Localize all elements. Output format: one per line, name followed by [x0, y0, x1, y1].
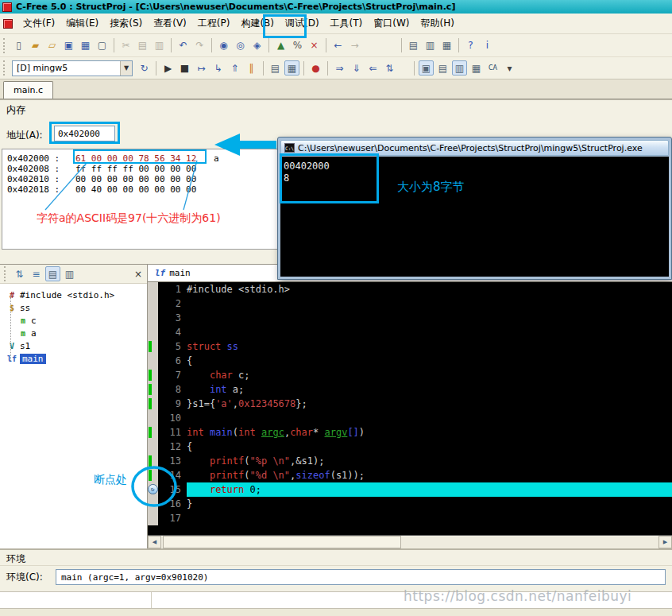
step-out-icon[interactable]: ⇑ — [227, 60, 242, 76]
code-text[interactable] — [187, 411, 672, 425]
pause-icon[interactable]: ‖ — [244, 60, 259, 76]
menu-tools[interactable]: 工具(T) — [325, 14, 369, 33]
symbol-item-c[interactable]: mc — [0, 314, 147, 327]
editor-gutter[interactable] — [148, 411, 158, 425]
editor-gutter[interactable] — [148, 325, 158, 339]
code-line[interactable]: 12{ — [148, 440, 672, 454]
code-line[interactable]: 10 — [148, 411, 672, 425]
code-text[interactable]: int a; — [187, 382, 672, 397]
code-text[interactable]: { — [187, 354, 672, 368]
sort-az-icon[interactable]: ⇅ — [12, 266, 27, 281]
run-icon[interactable]: ▶ — [160, 60, 176, 76]
paste-icon[interactable]: ▥ — [152, 38, 167, 53]
copy-icon[interactable]: ▤ — [135, 38, 150, 53]
code-line[interactable]: 9}s1={'a',0x12345678}; — [148, 397, 672, 411]
step-over-icon[interactable]: ↦ — [194, 60, 209, 76]
jump-down-icon[interactable]: ⇓ — [349, 60, 364, 76]
editor-hscrollbar[interactable]: ◀ ▶ — [148, 535, 672, 548]
prev-window-icon[interactable]: ▤ — [406, 38, 421, 53]
code-line[interactable]: 14 printf("%d \n",sizeof(s1)); — [148, 468, 672, 482]
code-line[interactable]: 17 — [148, 511, 672, 525]
progress-icon[interactable]: % — [290, 38, 305, 53]
console-window-icon[interactable]: CA — [485, 60, 500, 76]
code-line[interactable]: 3 — [148, 311, 672, 325]
step-into-icon[interactable]: ↳ — [210, 60, 226, 76]
debug-window-1-icon[interactable]: ▣ — [419, 60, 434, 76]
code-line[interactable]: 6{ — [148, 354, 672, 368]
swap-view-icon[interactable]: ⇅ — [382, 60, 397, 76]
console-output[interactable]: 004020008 — [280, 157, 669, 277]
toolbar-grip[interactable] — [4, 266, 8, 281]
code-text[interactable]: return 0; — [187, 482, 672, 497]
build-icon[interactable]: ▲ — [273, 38, 288, 53]
editor-gutter[interactable] — [148, 397, 158, 411]
undo-icon[interactable]: ↶ — [176, 38, 191, 53]
toolbar-grip[interactable] — [3, 38, 7, 53]
code-line[interactable]: 8 int a; — [148, 382, 672, 397]
debug-window-4-icon[interactable]: ▦ — [469, 60, 484, 76]
menu-project[interactable]: 工程(P) — [192, 14, 236, 33]
menu-help[interactable]: 帮助(H) — [415, 14, 460, 33]
view-flat-icon[interactable]: ▥ — [62, 266, 77, 281]
code-line[interactable]: ↻15 return 0; — [148, 482, 672, 497]
jump-back-icon[interactable]: ⇐ — [365, 60, 380, 76]
editor-gutter[interactable] — [148, 368, 158, 382]
tab-main-c[interactable]: main.c — [3, 81, 53, 99]
editor-gutter[interactable] — [148, 497, 158, 511]
code-line[interactable]: 11int main(int argc,char* argv[]) — [148, 425, 672, 440]
code-line[interactable]: 16} — [148, 497, 672, 511]
code-area[interactable]: 1#include <stdio.h>2345struct ss6{7 char… — [148, 282, 672, 536]
code-text[interactable]: char c; — [187, 368, 672, 382]
code-text[interactable]: }s1={'a',0x12345678}; — [187, 397, 672, 411]
toolbar-more-icon[interactable]: ▾ — [502, 60, 517, 76]
code-text[interactable]: printf("%d \n",sizeof(s1)); — [187, 468, 672, 482]
current-line-icon[interactable]: ↻ — [148, 484, 158, 494]
menu-debug[interactable]: 调试(D) — [280, 14, 325, 33]
code-text[interactable]: } — [187, 497, 672, 511]
watch-window-icon[interactable]: ▤ — [268, 60, 283, 76]
sort-type-icon[interactable]: ≡ — [29, 266, 44, 281]
document-menu-icon[interactable] — [3, 19, 13, 29]
toolbar-grip[interactable] — [3, 60, 7, 76]
code-line[interactable]: 5struct ss — [148, 339, 672, 354]
window-list-icon[interactable]: ▦ — [439, 38, 454, 53]
symbol-item-s1[interactable]: Vs1 — [0, 339, 147, 352]
build-target-combo[interactable]: [D] mingw5 ▼ — [12, 60, 133, 76]
view-tree-icon[interactable]: ▤ — [45, 266, 60, 281]
code-text[interactable]: #include <stdio.h> — [187, 282, 672, 296]
code-text[interactable]: int main(int argc,char* argv[]) — [187, 425, 672, 440]
environment-combo[interactable]: main (argc=1, argv=0x901020) — [56, 569, 666, 585]
symbol-item-a[interactable]: ma — [0, 327, 147, 339]
scroll-thumb[interactable] — [163, 536, 401, 548]
find-in-files-icon[interactable]: ◎ — [233, 38, 248, 53]
cut-icon[interactable]: ✂ — [118, 38, 133, 53]
close-file-icon[interactable]: ▢ — [95, 38, 110, 53]
toggle-breakpoint-icon[interactable]: ● — [308, 60, 323, 76]
about-icon[interactable]: i — [480, 38, 495, 53]
editor-gutter[interactable] — [148, 296, 158, 311]
redo-icon[interactable]: ↷ — [192, 38, 207, 53]
editor-gutter[interactable] — [148, 311, 158, 325]
menu-build[interactable]: 构建(B) — [235, 14, 280, 33]
code-text[interactable] — [187, 296, 672, 311]
debug-window-3-icon[interactable]: ▥ — [452, 60, 467, 76]
forward-icon[interactable]: → — [347, 38, 362, 53]
code-line[interactable]: 13 printf("%p \n",&s1); — [148, 454, 672, 468]
stop-debug-icon[interactable]: ■ — [177, 60, 192, 76]
editor-gutter[interactable] — [148, 382, 158, 397]
scroll-track[interactable] — [161, 536, 658, 548]
code-line[interactable]: 7 char c; — [148, 368, 672, 382]
new-file-icon[interactable]: ▯ — [11, 38, 26, 53]
code-text[interactable] — [187, 325, 672, 339]
next-window-icon[interactable]: ▥ — [423, 38, 438, 53]
editor-gutter[interactable] — [148, 339, 158, 354]
code-line[interactable]: 1#include <stdio.h> — [148, 282, 672, 296]
menu-search[interactable]: 搜索(S) — [104, 14, 148, 33]
memory-window-icon[interactable]: ▦ — [284, 60, 299, 76]
code-text[interactable] — [187, 311, 672, 325]
editor-gutter[interactable] — [148, 468, 158, 482]
menu-view[interactable]: 查看(V) — [148, 14, 192, 33]
code-text[interactable] — [187, 511, 672, 525]
reopen-file-icon[interactable]: ▱ — [44, 38, 60, 53]
find-icon[interactable]: ◉ — [216, 38, 231, 53]
